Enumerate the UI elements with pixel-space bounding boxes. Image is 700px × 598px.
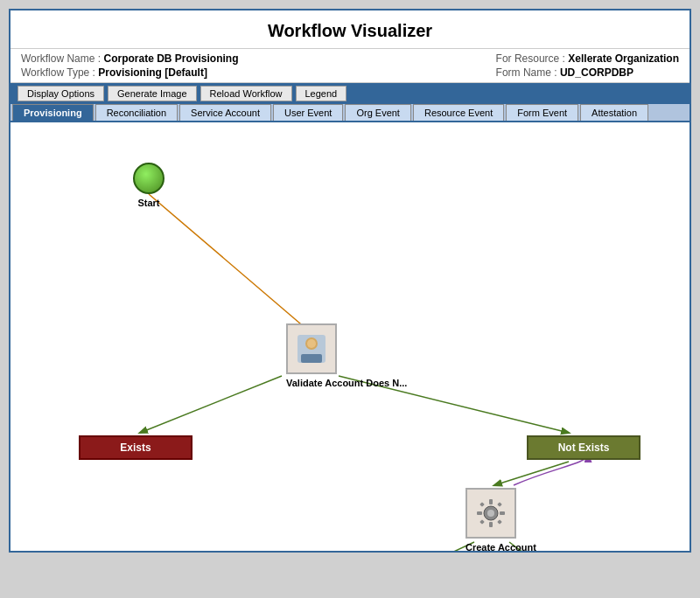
workflow-name-row: Workflow Name : Corporate DB Provisionin… — [21, 52, 239, 65]
tab-reconciliation[interactable]: Reconciliation — [95, 104, 178, 121]
legend-button[interactable]: Legend — [296, 86, 347, 101]
tab-form-event[interactable]: Form Event — [506, 104, 578, 121]
workflow-canvas: Start Validate Account Does N... Exists … — [10, 122, 690, 551]
reload-workflow-button[interactable]: Reload Workflow — [200, 86, 292, 101]
tab-user-event[interactable]: User Event — [273, 104, 343, 121]
gear-svg — [473, 496, 508, 531]
person-task-svg — [294, 331, 329, 366]
validate-account-node: Validate Account Does N... — [286, 323, 407, 385]
for-resource-label: For Resource : — [496, 52, 565, 65]
tabs-bar: Provisioning Reconciliation Service Acco… — [10, 104, 690, 122]
workflow-name-label: Workflow Name : — [21, 52, 101, 65]
page-title: Workflow Visualizer — [10, 10, 690, 48]
svg-rect-7 — [489, 522, 493, 527]
for-resource-row: For Resource : Xellerate Organization — [496, 52, 679, 65]
start-circle — [133, 163, 164, 194]
info-right: For Resource : Xellerate Organization Fo… — [496, 52, 679, 79]
start-node: Start — [133, 163, 164, 194]
arrow-validate-exists — [140, 376, 282, 433]
svg-rect-11 — [497, 502, 502, 507]
create-account-node: Create Account — [466, 488, 536, 549]
svg-rect-2 — [301, 354, 322, 363]
svg-rect-8 — [477, 511, 482, 515]
tab-provisioning[interactable]: Provisioning — [12, 104, 94, 121]
main-container: Workflow Visualizer Workflow Name : Corp… — [9, 9, 691, 553]
workflow-type-row: Workflow Type : Provisioning [Default] — [21, 66, 239, 79]
exists-node: Exists — [79, 435, 192, 460]
workflow-name-value: Corporate DB Provisioning — [103, 52, 238, 65]
not-exists-label: Not Exists — [558, 442, 610, 454]
arrow-notexists-create — [494, 462, 569, 485]
info-left: Workflow Name : Corporate DB Provisionin… — [21, 52, 239, 79]
svg-rect-9 — [500, 511, 505, 515]
form-name-value: UD_CORPDBP — [560, 66, 634, 79]
tab-org-event[interactable]: Org Event — [345, 104, 411, 121]
svg-rect-12 — [480, 519, 485, 525]
tab-attestation[interactable]: Attestation — [580, 104, 648, 121]
exists-label: Exists — [120, 442, 150, 454]
create-account-icon — [466, 488, 516, 539]
arrow-create-success — [347, 542, 474, 551]
generate-image-button[interactable]: Generate Image — [108, 86, 197, 101]
svg-rect-10 — [480, 502, 485, 507]
info-bar: Workflow Name : Corporate DB Provisionin… — [10, 48, 690, 83]
arrow-start-validate — [149, 194, 312, 334]
toolbar: Display Options Generate Image Reload Wo… — [10, 83, 690, 104]
svg-point-3 — [307, 339, 316, 348]
tab-resource-event[interactable]: Resource Event — [413, 104, 504, 121]
start-label: Start — [137, 198, 159, 208]
form-name-label: Form Name : — [496, 66, 557, 79]
not-exists-node: Not Exists — [527, 435, 640, 460]
tab-service-account[interactable]: Service Account — [179, 104, 271, 121]
for-resource-value: Xellerate Organization — [568, 52, 679, 65]
form-name-row: Form Name : UD_CORPDBP — [496, 66, 679, 79]
svg-rect-6 — [489, 499, 493, 504]
workflow-type-label: Workflow Type : — [21, 66, 95, 79]
workflow-type-value: Provisioning [Default] — [98, 66, 207, 79]
validate-account-label: Validate Account Does N... — [286, 378, 407, 388]
validate-account-icon — [286, 323, 337, 374]
create-account-label: Create Account — [466, 542, 536, 551]
svg-point-5 — [487, 510, 494, 517]
svg-rect-13 — [497, 519, 502, 525]
display-options-button[interactable]: Display Options — [18, 86, 104, 101]
